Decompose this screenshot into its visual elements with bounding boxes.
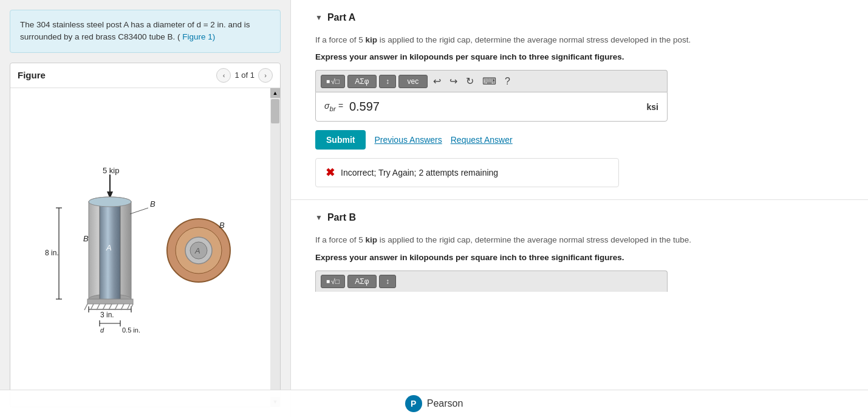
svg-rect-22 <box>87 299 133 304</box>
toolbar-help-btn[interactable]: ? <box>502 75 513 88</box>
scroll-up-btn[interactable]: ▲ <box>270 88 280 98</box>
toolbar-arrows-btn[interactable]: ↕ <box>379 75 396 88</box>
figure-link[interactable]: Figure 1) <box>182 32 215 41</box>
svg-text:A: A <box>194 246 200 255</box>
math-toolbar: ■√□ ΑΣφ ↕ vec ↩ ↪ ↻ ⌨ ? <box>315 70 668 92</box>
svg-text:8 in.: 8 in. <box>45 249 59 257</box>
part-b-instruction: Express your answer in kilopounds per sq… <box>315 253 844 262</box>
part-b-section: ▼ Part B If a force of 5 kip is applied … <box>291 200 868 303</box>
part-b-title: Part B <box>327 212 356 223</box>
answer-input[interactable] <box>349 100 641 114</box>
part-b-arrow-icon: ▼ <box>315 213 323 222</box>
nav-count: 1 of 1 <box>234 71 255 80</box>
left-panel: The 304 stainless steel post A has a dia… <box>0 0 290 417</box>
toolbar-undo-btn[interactable]: ↩ <box>430 74 444 88</box>
next-figure-btn[interactable]: › <box>258 68 273 83</box>
svg-text:3 in.: 3 in. <box>100 311 114 319</box>
toolbar-keyboard-btn[interactable]: ⌨ <box>479 74 499 88</box>
toolbar-redo-btn[interactable]: ↪ <box>446 74 460 88</box>
svg-text:B: B <box>83 234 89 243</box>
figure-title: Figure <box>18 70 46 80</box>
answer-input-area: σbr = ksi <box>315 92 668 122</box>
part-b-toolbar-btn3[interactable]: ↕ <box>379 275 396 288</box>
figure-nav: ‹ 1 of 1 › <box>216 68 273 83</box>
submit-button[interactable]: Submit <box>315 130 366 150</box>
svg-line-23 <box>84 304 87 310</box>
figure-section: Figure ‹ 1 of 1 › 5 kip <box>10 63 281 408</box>
part-a-instruction: Express your answer in kilopounds per sq… <box>315 52 844 61</box>
pearson-logo-letter: P <box>411 399 416 408</box>
svg-text:d: d <box>100 326 104 334</box>
problem-description: The 304 stainless steel post A has a dia… <box>10 10 281 53</box>
incorrect-icon: ✖ <box>326 166 335 179</box>
request-answer-link[interactable]: Request Answer <box>451 135 513 145</box>
answer-label: σbr = <box>324 101 343 112</box>
toolbar-refresh-btn[interactable]: ↻ <box>463 74 477 88</box>
figure-header: Figure ‹ 1 of 1 › <box>10 63 280 88</box>
part-b-toolbar-btn1[interactable]: ■√□ <box>321 275 345 288</box>
force-label: 5 kip <box>103 166 119 175</box>
part-a-title: Part A <box>327 12 356 23</box>
part-a-question: If a force of 5 kip is applied to the ri… <box>315 34 844 46</box>
part-a-section: ▼ Part A If a force of 5 kip is applied … <box>291 0 868 200</box>
prev-answers-link[interactable]: Previous Answers <box>374 135 442 145</box>
svg-text:0.5 in.: 0.5 in. <box>122 326 140 334</box>
toolbar-fraction-btn[interactable]: ■√□ <box>321 75 345 88</box>
part-a-header: ▼ Part A <box>315 12 844 23</box>
figure-scrollbar[interactable]: ▲ ▼ <box>270 88 280 407</box>
toolbar-greek-btn[interactable]: ΑΣφ <box>347 75 377 88</box>
part-b-header: ▼ Part B <box>315 212 844 223</box>
feedback-box: ✖ Incorrect; Try Again; 2 attempts remai… <box>315 158 619 187</box>
svg-text:B: B <box>150 199 155 208</box>
part-a-arrow-icon: ▼ <box>315 13 323 22</box>
svg-line-38 <box>130 208 148 214</box>
right-panel: ▼ Part A If a force of 5 kip is applied … <box>290 0 868 417</box>
prev-figure-btn[interactable]: ‹ <box>216 68 231 83</box>
feedback-text: Incorrect; Try Again; 2 attempts remaini… <box>341 168 498 177</box>
pearson-brand-text: Pearson <box>427 398 463 409</box>
figure-svg: 5 kip B A 8 in. <box>42 156 248 339</box>
toolbar-vec-btn[interactable]: vec <box>398 75 428 88</box>
svg-text:A: A <box>106 243 112 252</box>
pearson-footer: P Pearson <box>0 390 868 417</box>
pearson-logo: P <box>405 395 422 412</box>
part-b-question: If a force of 5 kip is applied to the ri… <box>315 234 844 246</box>
scroll-track <box>270 98 280 398</box>
scroll-thumb[interactable] <box>271 99 279 123</box>
svg-point-6 <box>89 197 131 207</box>
description-text: The 304 stainless steel post A has a dia… <box>20 20 250 41</box>
svg-text:B: B <box>219 221 225 230</box>
submit-row: Submit Previous Answers Request Answer <box>315 130 844 150</box>
part-b-toolbar-btn2[interactable]: ΑΣφ <box>347 275 377 288</box>
figure-content: 5 kip B A 8 in. <box>10 88 280 407</box>
answer-unit: ksi <box>647 102 658 112</box>
part-b-math-toolbar: ■√□ ΑΣφ ↕ <box>315 271 668 292</box>
